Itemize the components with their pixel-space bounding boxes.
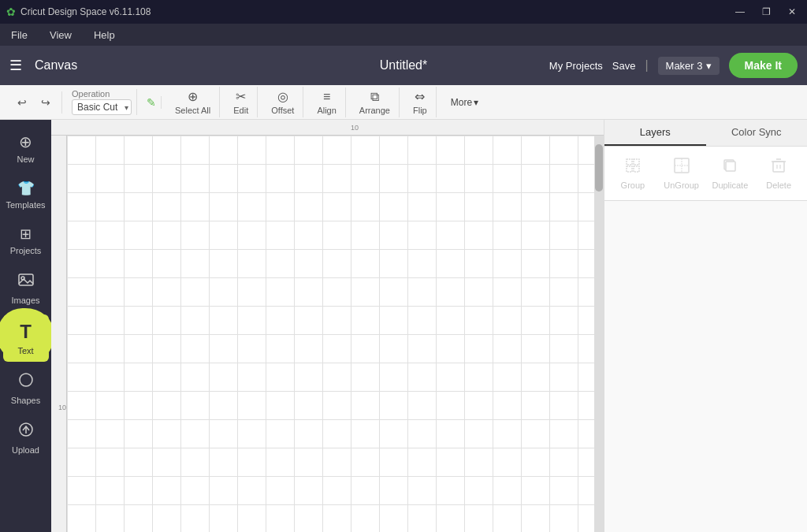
edit-icon: ✂: [236, 89, 246, 104]
svg-rect-8: [634, 166, 639, 172]
svg-rect-5: [627, 159, 632, 165]
flip-button[interactable]: ⇔ Flip: [409, 87, 431, 117]
edit-button[interactable]: ✂ Edit: [229, 87, 252, 117]
scrollbar-thumb[interactable]: [595, 144, 603, 192]
more-button[interactable]: More ▾: [446, 95, 483, 110]
group-label: Group: [621, 180, 645, 190]
sidebar-item-images[interactable]: Images: [3, 265, 49, 311]
sidebar-item-templates-label: Templates: [6, 200, 45, 210]
scrollbar-right[interactable]: [594, 136, 604, 532]
duplicate-icon: [721, 157, 738, 178]
titlebar: ✿ Cricut Design Space v6.11.108 — ❐ ✕: [0, 0, 807, 24]
select-all-label: Select All: [175, 106, 210, 115]
align-label: Align: [317, 106, 336, 115]
menu-help[interactable]: Help: [89, 28, 120, 43]
menubar: File View Help: [0, 24, 807, 46]
main-content: ⊕ New 👕 Templates ⊞ Projects Images: [0, 120, 807, 532]
sidebar-item-text-label: Text: [17, 346, 33, 355]
svg-point-2: [20, 374, 32, 386]
canvas-grid[interactable]: [67, 136, 604, 532]
offset-icon: ◎: [277, 89, 288, 104]
sidebar-item-upload-label: Upload: [12, 445, 39, 455]
images-icon: [17, 271, 35, 292]
redo-icon: ↪: [41, 96, 50, 109]
svg-rect-13: [726, 162, 735, 171]
svg-rect-0: [19, 274, 33, 285]
upload-icon: [17, 421, 35, 442]
sidebar-item-text[interactable]: T Text: [3, 314, 49, 362]
svg-rect-6: [634, 159, 639, 165]
tab-color-sync[interactable]: Color Sync: [706, 120, 808, 146]
minimize-button[interactable]: —: [731, 5, 749, 19]
panel-tabs: Layers Color Sync: [604, 120, 807, 147]
svg-rect-7: [627, 166, 632, 172]
sidebar-item-shapes[interactable]: Shapes: [3, 365, 49, 411]
undo-icon: ↩: [17, 96, 27, 109]
sidebar-item-projects-label: Projects: [10, 246, 42, 255]
delete-button: Delete: [757, 153, 801, 194]
svg-rect-14: [773, 162, 784, 172]
canvas-label: Canvas: [35, 58, 77, 73]
header-divider: |: [645, 58, 648, 73]
templates-icon: 👕: [17, 180, 35, 197]
sidebar-item-new[interactable]: ⊕ New: [3, 126, 49, 170]
right-panel: Layers Color Sync Group: [604, 120, 807, 532]
canvas-area[interactable]: 10 20 10: [51, 120, 604, 532]
sidebar: ⊕ New 👕 Templates ⊞ Projects Images: [0, 120, 51, 532]
sidebar-item-images-label: Images: [11, 296, 39, 305]
offset-label: Offset: [271, 106, 294, 115]
header: ☰ Canvas Untitled* My Projects Save | Ma…: [0, 46, 807, 85]
app-icon: ✿: [6, 6, 16, 18]
operation-select[interactable]: Basic Cut: [72, 99, 132, 115]
menu-file[interactable]: File: [6, 28, 32, 43]
panel-content: [604, 201, 807, 532]
flip-icon: ⇔: [415, 89, 425, 104]
undo-button[interactable]: ↩: [11, 91, 33, 113]
offset-button[interactable]: ◎ Offset: [267, 87, 298, 117]
more-label: More: [451, 97, 472, 108]
close-button[interactable]: ✕: [783, 5, 801, 19]
ruler-tick-v-10: 10: [58, 404, 66, 411]
select-all-icon: ⊕: [188, 89, 198, 104]
new-icon: ⊕: [19, 132, 32, 151]
ungroup-icon: [673, 157, 690, 178]
duplicate-label: Duplicate: [712, 180, 748, 190]
make-it-button[interactable]: Make It: [729, 53, 798, 78]
delete-icon: [770, 157, 787, 178]
delete-label: Delete: [766, 180, 791, 190]
arrange-button[interactable]: ⧉ Arrange: [355, 87, 394, 117]
ruler-left: 10: [51, 136, 67, 532]
machine-label: Maker 3: [666, 60, 703, 72]
panel-actions: Group UnGroup: [604, 147, 807, 201]
sidebar-item-upload[interactable]: Upload: [3, 415, 49, 461]
flip-label: Flip: [413, 106, 427, 115]
sidebar-item-new-label: New: [17, 154, 34, 164]
menu-view[interactable]: View: [45, 28, 76, 43]
more-arrow-icon: ▾: [474, 97, 478, 108]
app-title: Cricut Design Space v6.11.108: [20, 6, 151, 17]
align-button[interactable]: ≡ Align: [313, 87, 340, 117]
ungroup-button: UnGroup: [660, 153, 704, 194]
tab-layers[interactable]: Layers: [604, 120, 706, 146]
my-projects-button[interactable]: My Projects: [549, 60, 603, 72]
ruler-top: 10 20: [51, 120, 604, 136]
ungroup-label: UnGroup: [664, 180, 699, 190]
sidebar-item-projects[interactable]: ⊞ Projects: [3, 219, 49, 262]
text-icon: T: [20, 321, 32, 343]
save-button[interactable]: Save: [612, 60, 636, 72]
machine-selector[interactable]: Maker 3 ▾: [658, 57, 720, 75]
edit-label: Edit: [233, 106, 248, 115]
select-all-button[interactable]: ⊕ Select All: [171, 87, 214, 117]
operation-label: Operation: [72, 89, 110, 99]
hamburger-menu[interactable]: ☰: [9, 57, 22, 74]
pencil-icon: ✎: [147, 96, 156, 109]
maximize-button[interactable]: ❐: [757, 5, 775, 19]
arrange-icon: ⧉: [370, 90, 379, 104]
sidebar-item-templates[interactable]: 👕 Templates: [3, 173, 49, 216]
redo-button[interactable]: ↪: [35, 91, 57, 113]
arrange-label: Arrange: [359, 106, 390, 115]
group-icon: [624, 157, 642, 178]
align-icon: ≡: [323, 90, 330, 104]
sidebar-item-shapes-label: Shapes: [11, 396, 40, 405]
duplicate-button: Duplicate: [708, 153, 753, 194]
